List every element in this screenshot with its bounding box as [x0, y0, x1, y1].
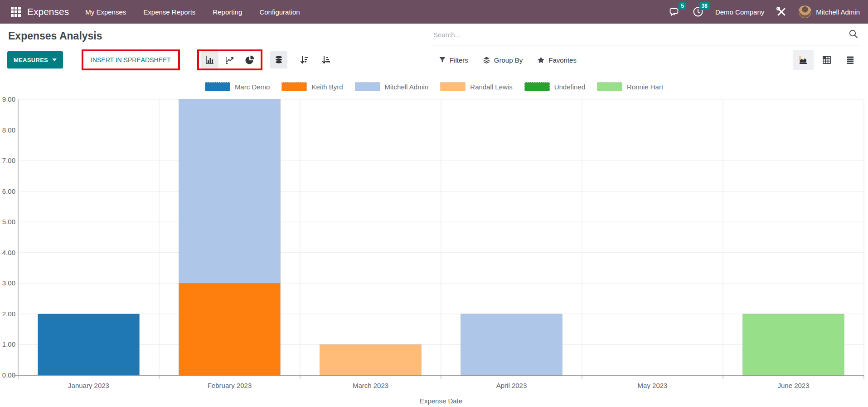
- menu-configuration[interactable]: Configuration: [259, 8, 300, 16]
- messages-button[interactable]: 5: [668, 5, 681, 18]
- y-tick-label: 2.00: [2, 310, 15, 318]
- x-axis-title: Expense Date: [420, 397, 462, 405]
- search-bar: [433, 25, 860, 45]
- menu-expense-reports[interactable]: Expense Reports: [143, 8, 195, 16]
- tools-icon: [775, 5, 788, 18]
- x-tick-label: February 2023: [208, 382, 252, 389]
- favorites-label: Favorites: [548, 56, 577, 64]
- activities-button[interactable]: 38: [692, 5, 704, 18]
- menu-reporting[interactable]: Reporting: [213, 8, 242, 16]
- list-view-button[interactable]: [840, 50, 861, 70]
- legend-item[interactable]: Ronnie Hart: [597, 82, 663, 91]
- star-icon: [537, 56, 545, 64]
- measures-button[interactable]: MEASURES: [7, 51, 63, 69]
- legend-swatch: [205, 82, 230, 91]
- database-stack-icon: [274, 55, 284, 65]
- legend-swatch: [524, 82, 550, 91]
- search-submit-button[interactable]: [847, 27, 860, 42]
- bar-segment-keith-byrd[interactable]: [179, 283, 281, 375]
- main-menu: My Expenses Expense Reports Reporting Co…: [85, 8, 300, 16]
- insert-in-spreadsheet-button[interactable]: INSERT IN SPREADSHEET: [83, 51, 178, 69]
- annotation-box-insert: INSERT IN SPREADSHEET: [82, 49, 180, 70]
- bar-segment-mitchell-admin[interactable]: [179, 99, 281, 283]
- filters-button[interactable]: Filters: [439, 56, 468, 64]
- bar-chart-icon: [205, 55, 215, 65]
- legend-label: Marc Demo: [235, 83, 270, 91]
- view-switcher: [793, 50, 861, 70]
- x-tick-label: May 2023: [638, 382, 668, 389]
- legend-label: Ronnie Hart: [627, 83, 663, 91]
- y-tick-label: 5.00: [2, 218, 15, 226]
- legend-item[interactable]: Mitchell Admin: [355, 82, 429, 91]
- pivot-view-icon: [821, 54, 832, 65]
- bar-chart-button[interactable]: [201, 51, 218, 69]
- list-view-icon: [845, 54, 856, 65]
- y-tick-label: 4.00: [2, 249, 15, 256]
- layers-icon: [483, 56, 490, 64]
- legend-label: Undefined: [554, 83, 585, 91]
- search-icon: [849, 29, 858, 39]
- x-tick-label: January 2023: [68, 382, 109, 389]
- search-input[interactable]: [433, 31, 847, 39]
- pivot-view-button[interactable]: [816, 50, 837, 70]
- x-tick-label: June 2023: [777, 382, 809, 389]
- page-title: Expenses Analysis: [8, 30, 102, 42]
- company-selector[interactable]: Demo Company: [715, 8, 764, 16]
- legend-swatch: [355, 82, 380, 91]
- sort-descending-button[interactable]: [296, 51, 313, 69]
- group-by-button[interactable]: Group By: [483, 56, 523, 64]
- activities-badge: 38: [699, 2, 710, 10]
- legend-swatch: [597, 82, 622, 91]
- menu-my-expenses[interactable]: My Expenses: [85, 8, 126, 16]
- line-chart-icon: [225, 55, 235, 65]
- stacked-toggle-button[interactable]: [270, 51, 287, 69]
- navbar-right: 5 38 Demo Company Mitchell Admin: [668, 5, 860, 18]
- y-tick-label: 1.00: [2, 340, 15, 348]
- line-chart-button[interactable]: [221, 51, 238, 69]
- user-avatar: [799, 5, 811, 18]
- legend-item[interactable]: Randall Lewis: [440, 82, 512, 91]
- chart-legend: Marc DemoKeith ByrdMitchell AdminRandall…: [0, 82, 868, 91]
- sort-ascending-icon: [321, 55, 331, 65]
- x-tick-label: March 2023: [353, 382, 388, 389]
- legend-label: Mitchell Admin: [385, 83, 429, 91]
- user-name: Mitchell Admin: [816, 8, 860, 16]
- app-brand[interactable]: Expenses: [27, 6, 69, 17]
- top-navbar: Expenses My Expenses Expense Reports Rep…: [0, 0, 868, 24]
- pie-chart-button[interactable]: [241, 51, 258, 69]
- graph-view-icon: [798, 54, 809, 65]
- favorites-button[interactable]: Favorites: [537, 56, 577, 64]
- messages-badge: 5: [679, 2, 686, 10]
- annotation-box-chart-types: [197, 49, 262, 70]
- legend-label: Randall Lewis: [470, 83, 512, 91]
- y-tick-label: 0.00: [2, 371, 15, 379]
- funnel-icon: [439, 56, 446, 64]
- bar-segment-randall-lewis[interactable]: [320, 344, 422, 375]
- legend-label: Keith Byrd: [311, 83, 343, 91]
- y-tick-label: 3.00: [2, 279, 15, 287]
- y-tick-label: 7.00: [2, 157, 15, 164]
- legend-item[interactable]: Marc Demo: [205, 82, 270, 91]
- legend-item[interactable]: Undefined: [524, 82, 585, 91]
- y-tick-label: 9.00: [2, 95, 15, 103]
- graph-view-button[interactable]: [793, 50, 814, 70]
- y-tick-label: 6.00: [2, 187, 15, 195]
- chevron-down-icon: [52, 59, 57, 61]
- bar-segment-ronnie-hart[interactable]: [743, 314, 844, 375]
- measures-label: MEASURES: [14, 57, 48, 64]
- sort-ascending-button[interactable]: [317, 51, 335, 69]
- apps-grid-icon[interactable]: [11, 7, 21, 17]
- x-tick-label: April 2023: [496, 382, 527, 389]
- user-menu[interactable]: Mitchell Admin: [799, 5, 860, 18]
- filters-label: Filters: [450, 56, 468, 64]
- y-tick-label: 8.00: [2, 126, 15, 134]
- bar-segment-marc-demo[interactable]: [38, 314, 140, 375]
- pie-chart-icon: [245, 55, 255, 65]
- legend-item[interactable]: Keith Byrd: [281, 82, 343, 91]
- legend-swatch: [440, 82, 466, 91]
- legend-swatch: [281, 82, 307, 91]
- expenses-bar-chart: 0.001.002.003.004.005.006.007.008.009.00…: [0, 77, 868, 407]
- developer-tools-button[interactable]: [775, 5, 788, 18]
- group-by-label: Group By: [494, 56, 523, 64]
- bar-segment-mitchell-admin[interactable]: [461, 314, 563, 375]
